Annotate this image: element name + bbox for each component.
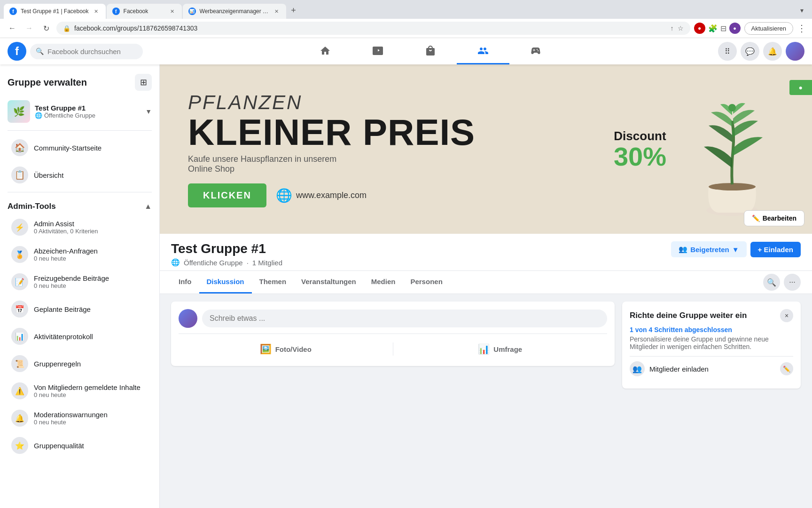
- tabs-search-btn[interactable]: 🔍: [763, 274, 780, 291]
- admin-item-5-info: Gruppenregeln: [34, 360, 81, 368]
- setup-item-invite[interactable]: 👥 Mitglieder einladen ✏️: [630, 356, 793, 381]
- setup-edit-icon[interactable]: ✏️: [780, 362, 793, 375]
- tabs-more-btn[interactable]: ···: [784, 274, 801, 291]
- share-icon[interactable]: ↑: [671, 24, 674, 32]
- tab-3-close[interactable]: ✕: [273, 8, 281, 15]
- nav-overview[interactable]: 📋 Übersicht: [4, 162, 156, 188]
- setup-progress-text: 1 von 4 Schritten abgeschlossen: [630, 326, 793, 333]
- fb-logo[interactable]: f: [8, 42, 26, 61]
- admin-item-2-sub: 0 neu heute: [34, 282, 109, 289]
- cover-url-text: www.example.com: [296, 190, 367, 200]
- post-box: 🖼️ Foto/Video 📊 Umfrage: [171, 302, 615, 366]
- update-button[interactable]: Aktualisieren: [744, 22, 793, 35]
- nav-video[interactable]: [351, 38, 404, 64]
- tab-2-close[interactable]: ✕: [169, 8, 176, 15]
- tab-1[interactable]: f Test Gruppe #1 | Facebook ✕: [4, 4, 106, 19]
- cover-edit-button[interactable]: ✏️ Bearbeiten: [744, 210, 804, 226]
- back-button[interactable]: ←: [6, 22, 19, 35]
- admin-item-4[interactable]: 📊 Aktivitätenprotokoll: [4, 323, 156, 349]
- ext-icon-2[interactable]: 🧩: [708, 24, 718, 33]
- admin-item-7-sub: 0 neu heute: [34, 419, 108, 426]
- cover-cta-button[interactable]: KLICKEN: [188, 183, 266, 207]
- discount-percentage: 30%: [614, 143, 666, 170]
- admin-section-collapse[interactable]: ▲: [144, 202, 152, 211]
- search-input[interactable]: [47, 48, 137, 56]
- nav-gaming[interactable]: [509, 38, 562, 64]
- nav-groups[interactable]: [457, 38, 509, 64]
- tab-3[interactable]: 📊 Werbeanzeigenmanager - Wer... ✕: [183, 4, 286, 19]
- setup-panel: Richte deine Gruppe weiter ein × 1 von 4…: [622, 302, 801, 389]
- notifications-button[interactable]: 🔔: [763, 42, 782, 61]
- admin-item-6[interactable]: ⚠️ Von Mitgliedern gemeldete Inhalte 0 n…: [4, 378, 156, 404]
- tab-medien[interactable]: Medien: [364, 271, 403, 294]
- tab-bar-more[interactable]: ▾: [795, 4, 808, 17]
- post-user-avatar: [179, 309, 197, 328]
- nav-community[interactable]: 🏠 Community-Startseite: [4, 135, 156, 161]
- accent-green-button[interactable]: ●: [789, 80, 812, 95]
- user-avatar[interactable]: [786, 42, 804, 61]
- cover-photo: PFLANZEN KLEINER PREIS Kaufe unsere Haus…: [160, 64, 812, 234]
- ext-icon-3[interactable]: ⊟: [720, 24, 726, 33]
- tab-veranstaltungen[interactable]: Veranstaltungen: [294, 271, 364, 294]
- setup-close-button[interactable]: ×: [780, 309, 793, 322]
- tab-personen[interactable]: Personen: [403, 271, 450, 294]
- overview-label: Übersicht: [34, 171, 63, 179]
- fb-search-box[interactable]: 🔍: [30, 44, 143, 59]
- nav-marketplace[interactable]: [404, 38, 457, 64]
- admin-item-3-info: Geplante Beiträge: [34, 305, 91, 313]
- content-area: PFLANZEN KLEINER PREIS Kaufe unsere Haus…: [160, 64, 812, 508]
- photo-video-label: Foto/Video: [275, 345, 312, 353]
- group-dropdown-icon[interactable]: ▼: [145, 108, 152, 115]
- nav-home[interactable]: [299, 38, 351, 64]
- admin-item-1-sub: 0 neu heute: [34, 255, 98, 262]
- admin-item-0[interactable]: ⚡ Admin Assist 0 Aktivitäten, 0 Kriterie…: [4, 214, 156, 240]
- admin-item-7[interactable]: 🔔 Moderationswarnungen 0 neu heute: [4, 405, 156, 431]
- abzeichen-icon: 🏅: [11, 246, 28, 263]
- new-tab-button[interactable]: +: [287, 4, 300, 17]
- group-selector[interactable]: 🌿 Test Gruppe #1 🌐 Öffentliche Gruppe ▼: [0, 96, 159, 127]
- sidebar-manage-icon[interactable]: ⊞: [135, 74, 152, 91]
- meldung-icon: ⚠️: [11, 382, 28, 399]
- overview-icon: 📋: [11, 167, 28, 183]
- forward-button[interactable]: →: [23, 22, 36, 35]
- joined-button[interactable]: 👥 Beigetreten ▼: [671, 241, 746, 257]
- group-page-title: Test Gruppe #1: [171, 241, 282, 256]
- messenger-button[interactable]: 💬: [741, 42, 759, 61]
- admin-item-3[interactable]: 📅 Geplante Beiträge: [4, 296, 156, 322]
- admin-item-8[interactable]: ⭐ Gruppenqualität: [4, 432, 156, 459]
- setup-invite-label: Mitglieder einladen: [649, 365, 709, 373]
- bookmark-icon[interactable]: ☆: [678, 24, 684, 32]
- umfrage-button[interactable]: 📊 Umfrage: [393, 340, 608, 358]
- cover-cta-row: KLICKEN 🌐 www.example.com: [188, 183, 600, 207]
- member-count: 1 Mitglied: [252, 259, 282, 267]
- tab-diskussion[interactable]: Diskussion: [199, 271, 252, 294]
- poll-icon: 📊: [478, 343, 490, 355]
- admin-item-5[interactable]: 📜 Gruppenregeln: [4, 350, 156, 377]
- browser-more-button[interactable]: ⋮: [797, 23, 806, 34]
- reload-button[interactable]: ↻: [39, 22, 53, 35]
- tab-3-favicon: 📊: [188, 8, 196, 15]
- admin-item-4-label: Aktivitätenprotokoll: [34, 333, 93, 341]
- post-actions-row: 🖼️ Foto/Video 📊 Umfrage: [179, 333, 607, 358]
- admin-item-1[interactable]: 🏅 Abzeichen-Anfragen 0 neu heute: [4, 241, 156, 268]
- tab-2[interactable]: f Facebook ✕: [107, 4, 182, 19]
- admin-item-2-info: Freizugebende Beiträge 0 neu heute: [34, 274, 109, 289]
- tab-1-close[interactable]: ✕: [93, 8, 100, 15]
- group-meta-line: 🌐 Öffentliche Gruppe · 1 Mitglied: [171, 258, 282, 267]
- admin-item-2[interactable]: 📝 Freizugebende Beiträge 0 neu heute: [4, 269, 156, 295]
- address-bar[interactable]: 🔒 facebook.com/groups/11876265987413​03 …: [56, 22, 690, 35]
- photo-video-button[interactable]: 🖼️ Foto/Video: [179, 340, 393, 358]
- admin-item-2-label: Freizugebende Beiträge: [34, 274, 109, 282]
- apps-button[interactable]: ⠿: [718, 42, 737, 61]
- photo-icon: 🖼️: [260, 343, 272, 355]
- umfrage-label: Umfrage: [493, 345, 522, 353]
- invite-button[interactable]: + Einladen: [750, 242, 801, 257]
- tab-info[interactable]: Info: [171, 271, 199, 294]
- post-input-row: [179, 309, 607, 328]
- plant-svg: [680, 74, 784, 224]
- post-text-input[interactable]: [202, 310, 607, 327]
- profile-icon[interactable]: ●: [729, 23, 741, 34]
- ext-icon-1[interactable]: ●: [694, 23, 705, 34]
- tab-themen[interactable]: Themen: [252, 271, 294, 294]
- geplant-icon: 📅: [11, 301, 28, 318]
